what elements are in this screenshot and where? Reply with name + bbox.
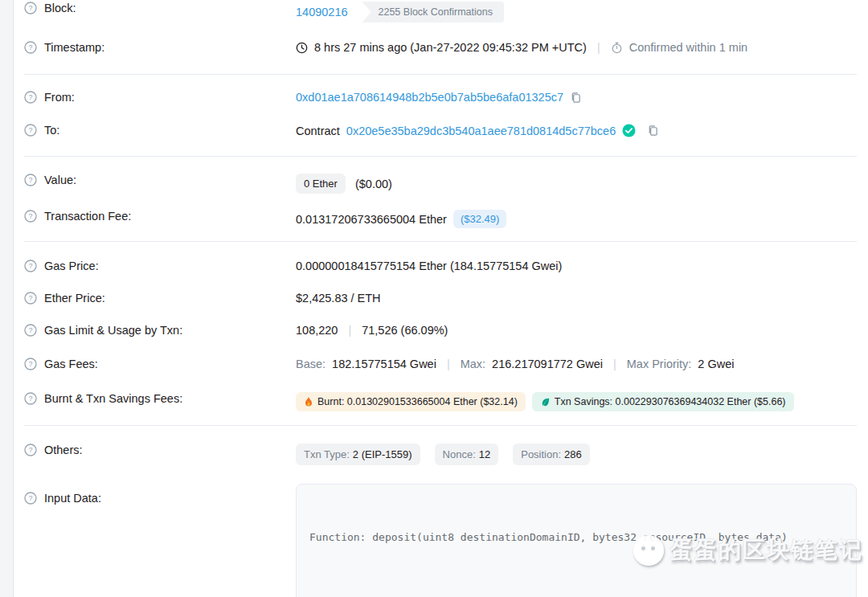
row-burnt-savings: ? Burnt & Txn Savings Fees: Burnt: 0.013…: [24, 392, 857, 411]
input-data-label: Input Data:: [44, 492, 101, 505]
row-gas-limit-usage: ? Gas Limit & Usage by Txn: 108,220 | 71…: [24, 324, 857, 341]
help-icon[interactable]: ?: [24, 41, 37, 54]
help-icon[interactable]: ?: [24, 358, 37, 370]
position-badge: Position: 286: [513, 444, 590, 465]
txn-savings-badge: Txn Savings: 0.002293076369434032 Ether …: [532, 392, 794, 411]
value-usd: ($0.00): [355, 178, 392, 190]
svg-text:?: ?: [28, 4, 32, 12]
transaction-fee-usd-badge: ($32.49): [453, 210, 506, 228]
row-timestamp: ? Timestamp: 8 hrs 27 mins ago (Jan-27-2…: [24, 41, 857, 59]
svg-text:?: ?: [28, 294, 32, 302]
help-icon[interactable]: ?: [24, 324, 37, 337]
gas-fees-priority-label: Max Priority:: [627, 358, 692, 370]
clock-icon: [296, 42, 308, 54]
help-icon[interactable]: ?: [24, 444, 37, 456]
ether-price-value: $2,425.83 / ETH: [296, 292, 381, 305]
to-address-link[interactable]: 0x20e5e35ba29dc3b540a1aee781d0814d5c77bc…: [346, 125, 616, 137]
row-value: ? Value: 0 Ether ($0.00): [24, 174, 857, 194]
timestamp-value: 8 hrs 27 mins ago (Jan-27-2022 09:45:32 …: [314, 41, 587, 54]
section-divider: [24, 74, 857, 75]
gas-price-value: 0.00000018415775154 Ether (184.15775154 …: [296, 260, 562, 272]
help-icon[interactable]: ?: [24, 2, 37, 14]
help-icon[interactable]: ?: [24, 174, 37, 186]
row-gas-fees: ? Gas Fees: Base: 182.15775154 Gwei | Ma…: [24, 358, 857, 375]
svg-text:?: ?: [28, 176, 32, 184]
from-label: From:: [44, 91, 75, 104]
ether-price-label: Ether Price:: [44, 292, 105, 305]
flame-icon: [304, 396, 313, 407]
burnt-savings-label: Burnt & Txn Savings Fees:: [44, 392, 182, 405]
gas-fees-base-label: Base:: [296, 358, 326, 370]
help-icon[interactable]: ?: [24, 392, 37, 405]
gas-limit-value: 108,220: [296, 324, 338, 337]
gas-usage-value: 71,526 (66.09%): [362, 324, 448, 337]
gas-fees-max-label: Max:: [461, 358, 485, 370]
svg-text:?: ?: [28, 93, 32, 101]
confirmed-within: Confirmed within 1 min: [629, 41, 747, 54]
nonce-badge: Nonce: 12: [435, 444, 499, 465]
svg-text:?: ?: [28, 126, 32, 134]
transaction-fee-label: Transaction Fee:: [44, 210, 131, 223]
svg-text:?: ?: [28, 212, 32, 220]
burnt-badge: Burnt: 0.01302901533665004 Ether ($32.14…: [296, 392, 526, 411]
txn-savings-text: Txn Savings: 0.002293076369434032 Ether …: [555, 396, 786, 407]
section-divider: [24, 425, 857, 426]
input-data-code-block[interactable]: Function: deposit(uint8 destinationDomai…: [296, 484, 857, 597]
section-divider: [24, 156, 857, 157]
from-address-link[interactable]: 0xd01ae1a708614948b2b5e0b7ab5be6afa01325…: [296, 91, 563, 104]
row-to: ? To: Contract 0x20e5e35ba29dc3b540a1aee…: [24, 124, 857, 141]
row-transaction-fee: ? Transaction Fee: 0.01317206733665004 E…: [24, 210, 857, 228]
svg-text:?: ?: [28, 446, 32, 454]
row-input-data: ? Input Data: Function: deposit(uint8 de…: [24, 484, 857, 597]
gas-fees-label: Gas Fees:: [44, 358, 98, 370]
svg-text:?: ?: [28, 262, 32, 270]
gas-fees-priority-value: 2 Gwei: [698, 358, 734, 370]
to-contract-prefix: Contract: [296, 125, 340, 137]
copy-icon[interactable]: [647, 125, 659, 137]
help-icon[interactable]: ?: [24, 91, 37, 104]
transaction-fee-amount: 0.01317206733665004 Ether: [296, 213, 447, 226]
row-gas-price: ? Gas Price: 0.00000018415775154 Ether (…: [24, 260, 857, 277]
help-icon[interactable]: ?: [24, 492, 37, 505]
stopwatch-icon: [611, 42, 623, 54]
svg-text:?: ?: [28, 395, 32, 403]
row-ether-price: ? Ether Price: $2,425.83 / ETH: [24, 292, 857, 309]
block-confirmations-badge: 2255 Block Confirmations: [362, 2, 504, 22]
gas-fees-base-value: 182.15775154 Gwei: [332, 358, 436, 370]
input-data-function: Function: deposit(uint8 destinationDomai…: [309, 530, 843, 546]
help-icon[interactable]: ?: [24, 124, 37, 137]
gas-price-label: Gas Price:: [44, 260, 99, 272]
help-icon[interactable]: ?: [24, 260, 37, 272]
section-divider: [24, 241, 857, 242]
gas-fees-max-value: 216.217091772 Gwei: [492, 358, 603, 370]
verified-check-icon: [622, 124, 636, 137]
svg-text:?: ?: [28, 43, 32, 51]
value-amount-badge: 0 Ether: [296, 174, 346, 194]
copy-icon[interactable]: [570, 92, 582, 104]
svg-text:?: ?: [28, 494, 32, 502]
gas-limit-label: Gas Limit & Usage by Txn:: [44, 324, 182, 337]
row-from: ? From: 0xd01ae1a708614948b2b5e0b7ab5be6…: [24, 91, 857, 108]
to-label: To:: [44, 124, 59, 137]
row-others: ? Others: Txn Type: 2 (EIP-1559) Nonce: …: [24, 444, 857, 465]
others-label: Others:: [44, 444, 83, 456]
timestamp-label: Timestamp:: [44, 41, 104, 54]
help-icon[interactable]: ?: [24, 292, 37, 305]
txn-type-badge: Txn Type: 2 (EIP-1559): [296, 444, 420, 465]
page-left-gutter: [0, 0, 14, 597]
transaction-details-panel: ? Block: 14090216 2255 Block Confirmatio…: [14, 0, 868, 597]
leaf-icon: [540, 397, 551, 407]
block-number-link[interactable]: 14090216: [296, 6, 348, 18]
svg-text:?: ?: [28, 326, 32, 334]
block-label: Block:: [44, 2, 76, 14]
svg-text:?: ?: [28, 360, 32, 368]
burnt-text: Burnt: 0.01302901533665004 Ether ($32.14…: [317, 396, 518, 407]
value-label: Value:: [44, 174, 76, 186]
help-icon[interactable]: ?: [24, 210, 37, 223]
row-block: ? Block: 14090216 2255 Block Confirmatio…: [24, 2, 857, 22]
